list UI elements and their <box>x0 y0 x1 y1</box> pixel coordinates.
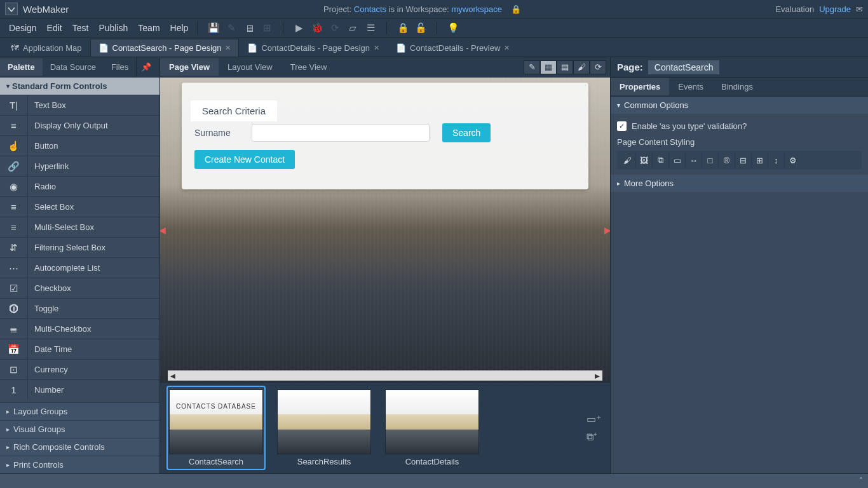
style-rect-icon[interactable]: ▭ <box>669 153 686 167</box>
style-grid-icon[interactable]: ⊞ <box>752 153 768 167</box>
right-resize-handle[interactable]: ▶ <box>604 225 610 235</box>
center-tab-tree-view[interactable]: Tree View <box>281 58 336 76</box>
page-thumbnail[interactable]: CONTACTS DATABASEContactSearch <box>166 386 266 470</box>
page-thumbnail[interactable]: SearchResults <box>275 386 374 470</box>
tool-brush-icon[interactable]: 🖌 <box>573 60 590 74</box>
bug-icon[interactable]: 🐞 <box>311 22 323 34</box>
palette-item[interactable]: 🔗Hyperlink <box>0 156 159 176</box>
erase-icon[interactable]: ▱ <box>347 22 358 34</box>
common-options-header[interactable]: ▾ Common Options <box>611 97 868 114</box>
style-harrow-icon[interactable]: ↔ <box>686 153 702 167</box>
mail-icon[interactable]: ✉ <box>856 4 863 14</box>
close-icon[interactable]: ✕ <box>504 44 510 52</box>
more-options-label: More Options <box>624 179 674 188</box>
menu-help[interactable]: Help <box>165 20 194 36</box>
palette-item[interactable]: 1Number <box>0 379 159 400</box>
right-tab-properties[interactable]: Properties <box>611 78 669 95</box>
workspace-link[interactable]: myworkspace <box>451 4 501 14</box>
statusbar-expand-icon[interactable]: ˄ <box>859 477 863 485</box>
palette-item[interactable]: ◉Radio <box>0 176 159 196</box>
play-icon[interactable]: ▶ <box>294 22 305 34</box>
validation-checkbox[interactable]: ✓ <box>617 121 627 131</box>
palette-item[interactable]: ≣Multi-Checkbox <box>0 318 159 339</box>
surname-input[interactable] <box>252 124 430 142</box>
palette-item[interactable]: 📅Date Time <box>0 339 159 359</box>
palette-item[interactable]: ≡Display Only Output <box>0 115 159 135</box>
palette-group-header[interactable]: ▾ Standard Form Controls <box>0 78 159 95</box>
style-box-icon[interactable]: □ <box>702 153 719 167</box>
canvas-hscrollbar[interactable]: ◀▶ <box>168 370 602 381</box>
tool-refresh-icon[interactable]: ⟳ <box>590 60 606 74</box>
file-tab[interactable]: 📄ContactSearch - Page Design✕ <box>90 39 240 57</box>
palette-item[interactable]: ☝Button <box>0 135 159 156</box>
style-hdivide-icon[interactable]: ⊟ <box>735 153 752 167</box>
left-tab-files[interactable]: Files <box>104 58 136 76</box>
menubar: DesignEditTestPublishTeamHelp 💾 ✎ 🖥 ⊞ ▶ … <box>0 18 868 38</box>
palette-item-icon: T| <box>0 95 28 115</box>
main-area: PaletteData SourceFiles📌 ▾ Standard Form… <box>0 57 868 473</box>
palette-item[interactable]: ☑Checkbox <box>0 278 159 298</box>
menu-design[interactable]: Design <box>4 20 42 36</box>
palette-group-header[interactable]: ▸ Layout Groups <box>0 402 159 420</box>
palette-item-label: Text Box <box>28 100 66 110</box>
palette-item-label: Multi-Select Box <box>28 222 94 232</box>
locked-icon[interactable]: 🔒 <box>397 22 409 34</box>
upgrade-link[interactable]: Upgrade <box>819 4 851 14</box>
create-contact-button[interactable]: Create New Contact <box>194 150 295 169</box>
duplicate-page-icon[interactable]: ⧉⁺ <box>587 431 601 443</box>
palette-item[interactable]: ⏼Toggle <box>0 298 159 318</box>
palette-item[interactable]: ≡Multi-Select Box <box>0 217 159 237</box>
file-tab[interactable]: 📄ContactDetails - Page Design✕ <box>239 39 388 57</box>
style-settings-icon[interactable]: ⚙ <box>785 153 801 167</box>
palette-item-icon: ⏼ <box>0 299 28 318</box>
palette-item[interactable]: T|Text Box <box>0 95 159 115</box>
menu-publish[interactable]: Publish <box>93 20 133 36</box>
save-icon[interactable]: 💾 <box>208 22 219 34</box>
style-varrow-icon[interactable]: ↕ <box>768 153 785 167</box>
palette-item[interactable]: ⊡Currency <box>0 359 159 379</box>
center-tab-layout-view[interactable]: Layout View <box>219 58 281 76</box>
left-resize-handle[interactable]: ◀ <box>160 225 166 235</box>
tool-layout2-icon[interactable]: ▤ <box>557 60 573 74</box>
style-registered-icon[interactable]: ® <box>719 153 735 167</box>
palette-group-header[interactable]: ▸ Print Controls <box>0 456 159 473</box>
page-name: ContactSearch <box>648 60 720 74</box>
design-canvas[interactable]: ◀ ▶ Search Criteria Surname Search Creat… <box>160 78 610 382</box>
file-tab[interactable]: 🗺Application Map <box>3 39 90 57</box>
right-tab-events[interactable]: Events <box>669 78 712 95</box>
tool-edit-icon[interactable]: ✎ <box>524 60 540 74</box>
left-tab-data-source[interactable]: Data Source <box>43 58 104 76</box>
more-options-header[interactable]: ▸ More Options <box>611 175 868 192</box>
style-paint-icon[interactable]: 🖌 <box>620 153 636 167</box>
lock-icon[interactable]: 🔒 <box>511 4 521 14</box>
left-tab-palette[interactable]: Palette <box>0 58 43 76</box>
palette-group-header[interactable]: ▸ Rich Composite Controls <box>0 438 159 456</box>
right-tab-bindings[interactable]: Bindings <box>712 78 762 95</box>
close-icon[interactable]: ✕ <box>225 44 231 52</box>
file-tab-label: ContactDetails - Preview <box>410 43 500 53</box>
center-tab-page-view[interactable]: Page View <box>160 58 219 76</box>
search-button[interactable]: Search <box>442 123 491 142</box>
palette-item[interactable]: ≡Select Box <box>0 196 159 217</box>
left-tab-pin-icon[interactable]: 📌 <box>136 57 155 77</box>
preview-form-card[interactable]: Search Criteria Surname Search Create Ne… <box>182 83 588 189</box>
server-icon[interactable]: ☰ <box>365 22 376 34</box>
palette-item[interactable]: ⇵Filtering Select Box <box>0 237 159 257</box>
menu-edit[interactable]: Edit <box>42 20 67 36</box>
hint-icon[interactable]: 💡 <box>447 22 459 34</box>
tool-layout1-icon[interactable]: ▦ <box>540 60 557 74</box>
add-page-icon[interactable]: ▭⁺ <box>587 413 601 425</box>
reload-icon: ⟳ <box>329 22 341 34</box>
style-copy-icon[interactable]: ⧉ <box>653 153 669 167</box>
file-tab[interactable]: 📄ContactDetails - Preview✕ <box>388 39 518 57</box>
page-thumbnail[interactable]: ContactDetails <box>383 386 482 470</box>
menu-team[interactable]: Team <box>133 20 165 36</box>
close-icon[interactable]: ✕ <box>374 44 379 52</box>
palette-group-header[interactable]: ▸ Visual Groups <box>0 420 159 438</box>
style-image-icon[interactable]: 🖼 <box>636 153 653 167</box>
device-icon[interactable]: 🖥 <box>243 22 255 34</box>
project-link[interactable]: Contacts <box>354 4 386 14</box>
thumbnail-image: CONTACTS DATABASE <box>169 390 263 454</box>
palette-item[interactable]: ⋯Autocomplete List <box>0 257 159 278</box>
menu-test[interactable]: Test <box>67 20 94 36</box>
